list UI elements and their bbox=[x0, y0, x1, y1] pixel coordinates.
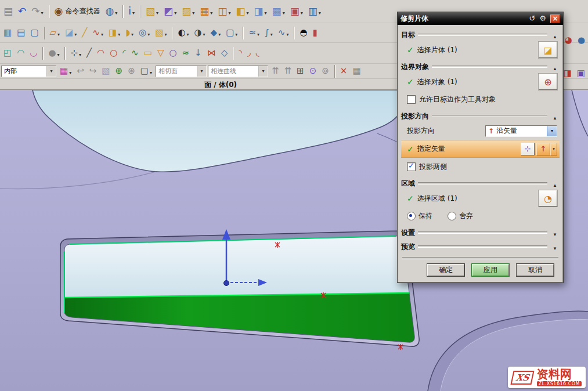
point-icon[interactable]: ⊹ bbox=[68, 45, 84, 61]
keep-radio[interactable] bbox=[407, 212, 416, 220]
part-info-icon-dropdown[interactable] bbox=[132, 6, 135, 17]
previous-selection-icon[interactable]: ↩ bbox=[74, 63, 86, 79]
move-object-icon[interactable]: ⊕ bbox=[113, 63, 125, 79]
subtract-icon[interactable]: ◑ bbox=[192, 25, 208, 41]
new-component-icon-dropdown[interactable] bbox=[246, 6, 248, 17]
intersection-curve-icon[interactable]: ⋈ bbox=[205, 45, 218, 61]
assembly-constraints-icon-dropdown[interactable] bbox=[174, 6, 176, 17]
section-header-target[interactable]: 目标 bbox=[401, 29, 560, 41]
select-object-button[interactable]: ⊕ bbox=[539, 74, 557, 90]
extrude-icon[interactable]: ◨ bbox=[106, 25, 122, 41]
snap-settings-icon[interactable]: ⊛ bbox=[125, 63, 138, 79]
window-interior-upper[interactable] bbox=[64, 236, 409, 298]
unite-icon[interactable]: ◐ bbox=[175, 25, 191, 41]
direction-method-dropdown[interactable] bbox=[547, 126, 557, 136]
vector-origin-point[interactable] bbox=[224, 281, 229, 286]
swoop-surface-icon[interactable]: ◠ bbox=[15, 45, 27, 61]
shell-icon-dropdown[interactable] bbox=[235, 27, 237, 38]
bridge-curve-icon[interactable]: ◝ bbox=[236, 45, 244, 61]
select-region-button[interactable]: ◔ bbox=[539, 190, 557, 207]
selection-scope-dropdown[interactable] bbox=[46, 66, 56, 77]
keep-radio-item[interactable]: 保持 bbox=[407, 211, 432, 221]
preview-collapse-chevron-icon[interactable] bbox=[550, 242, 560, 251]
section-header-boundary[interactable]: 边界对象 bbox=[401, 61, 560, 73]
next-selection-icon[interactable]: ↪ bbox=[87, 63, 99, 79]
assembly-load-options-icon-dropdown[interactable] bbox=[156, 6, 158, 17]
project-both-sides-row[interactable]: 投影两侧 bbox=[401, 158, 560, 175]
direction-method-combo[interactable]: ↑ 沿矢量 bbox=[485, 125, 557, 137]
boundary-collapse-chevron-icon[interactable] bbox=[550, 62, 560, 71]
part-info-icon[interactable]: i bbox=[126, 3, 137, 20]
polygon-icon[interactable]: ▽ bbox=[155, 45, 167, 61]
tangent-faces-combo[interactable]: 相切面 bbox=[156, 66, 207, 77]
spline-edit-icon[interactable]: ◟ bbox=[254, 45, 262, 61]
window-tile-icon[interactable]: ▤ bbox=[15, 25, 27, 41]
exploded-views-icon[interactable]: ▩ bbox=[270, 3, 287, 20]
rectangle-select-icon-dropdown[interactable] bbox=[150, 66, 152, 77]
trim-body-icon-dropdown[interactable] bbox=[218, 27, 221, 38]
line-icon[interactable]: ╱ bbox=[84, 45, 94, 61]
new-component-icon[interactable]: ◧ bbox=[233, 3, 251, 20]
datum-axis-icon[interactable]: ╱ bbox=[80, 25, 89, 41]
fillet-curve-icon[interactable]: ◜ bbox=[120, 45, 128, 61]
move-component-icon[interactable]: ▨ bbox=[179, 3, 197, 20]
discard-radio[interactable] bbox=[448, 212, 456, 220]
revolve-icon-dropdown[interactable] bbox=[131, 27, 134, 38]
show-hide-icon[interactable]: ▧ bbox=[99, 63, 112, 79]
wave-geometry-linker-icon-dropdown[interactable] bbox=[265, 6, 267, 17]
sketch-icon[interactable]: ▱ bbox=[48, 25, 63, 41]
connected-curves-combo[interactable]: 相连曲线 bbox=[208, 66, 268, 77]
grid-display-icon[interactable]: ▦ bbox=[350, 63, 363, 79]
clip-section-icon[interactable]: × bbox=[338, 63, 350, 79]
offset-curve-icon[interactable]: ≈ bbox=[180, 45, 192, 61]
join-curve-icon[interactable]: ◞ bbox=[245, 45, 253, 61]
move-component-icon-dropdown[interactable] bbox=[192, 6, 194, 17]
circle-icon[interactable]: ○ bbox=[107, 45, 120, 61]
settings-collapse-chevron-icon[interactable] bbox=[550, 228, 560, 237]
project-both-sides-checkbox[interactable] bbox=[407, 162, 416, 171]
region-collapse-chevron-icon[interactable] bbox=[550, 179, 560, 188]
connected-curves-dropdown[interactable] bbox=[258, 66, 268, 77]
ok-button[interactable]: 确定 bbox=[427, 264, 464, 276]
curve-tools-icon-dropdown[interactable] bbox=[101, 27, 103, 38]
redo-icon[interactable]: ↷ bbox=[29, 3, 45, 20]
discard-radio-item[interactable]: 舍弃 bbox=[448, 211, 473, 221]
styled-sweep-icon-dropdown[interactable] bbox=[286, 27, 288, 38]
work-layer-icon[interactable]: ▣ bbox=[575, 65, 587, 81]
hole-icon[interactable]: ◎ bbox=[136, 25, 152, 41]
cylinder-icon[interactable]: ▮ bbox=[311, 25, 320, 41]
selection-magnet-icon[interactable]: ⊚ bbox=[319, 63, 331, 79]
arc-icon[interactable]: ◠ bbox=[95, 45, 107, 61]
section-header-preview[interactable]: 预览 bbox=[401, 241, 560, 252]
unite-icon-dropdown[interactable] bbox=[186, 27, 189, 38]
ellipse-icon[interactable]: ○ bbox=[167, 45, 179, 61]
render-style-icon[interactable]: ● bbox=[575, 32, 587, 48]
assembly-sequence-icon[interactable]: ▥ bbox=[306, 3, 323, 20]
window-cascade-icon[interactable]: ▥ bbox=[1, 25, 14, 41]
rectangle-icon[interactable]: ▭ bbox=[142, 45, 154, 61]
redo-icon-dropdown[interactable] bbox=[41, 6, 44, 17]
view-sphere-icon-dropdown[interactable] bbox=[115, 6, 117, 17]
boolean-sphere-icon[interactable]: ◓ bbox=[297, 25, 309, 41]
hole-icon-dropdown[interactable] bbox=[147, 27, 150, 38]
assembly-sequence-icon-dropdown[interactable] bbox=[319, 6, 321, 17]
sphere-primitive-icon[interactable]: ● bbox=[46, 45, 62, 61]
command-finder-icon[interactable]: ◉命令查找器 bbox=[52, 3, 103, 20]
swept-icon[interactable]: ∫ bbox=[262, 25, 275, 41]
view-sphere-icon[interactable]: ◍ bbox=[103, 3, 120, 20]
datum-plane-icon[interactable]: ◪ bbox=[63, 25, 79, 41]
trim-body-icon[interactable]: ◆ bbox=[208, 25, 223, 41]
studio-spline-icon[interactable]: ∿ bbox=[129, 45, 141, 61]
select-sheet-button[interactable]: ◪ bbox=[539, 42, 557, 58]
sphere-primitive-icon-dropdown[interactable] bbox=[57, 48, 59, 59]
dialog-titlebar[interactable]: 修剪片体 ↺ ⚙ × bbox=[398, 12, 563, 25]
close-icon[interactable]: × bbox=[550, 15, 560, 23]
cancel-button[interactable]: 取消 bbox=[517, 264, 554, 276]
rectangle-select-icon[interactable]: ▢ bbox=[138, 63, 154, 79]
point-icon-dropdown[interactable] bbox=[79, 48, 81, 59]
assembly-load-options-icon[interactable]: ▧ bbox=[143, 3, 161, 20]
datum-plane-icon-dropdown[interactable] bbox=[74, 27, 77, 38]
inferred-vector-button[interactable]: ↑ bbox=[536, 143, 550, 155]
gear-icon[interactable]: ⚙ bbox=[538, 14, 548, 23]
selection-color-filter-icon-dropdown[interactable] bbox=[69, 66, 71, 77]
